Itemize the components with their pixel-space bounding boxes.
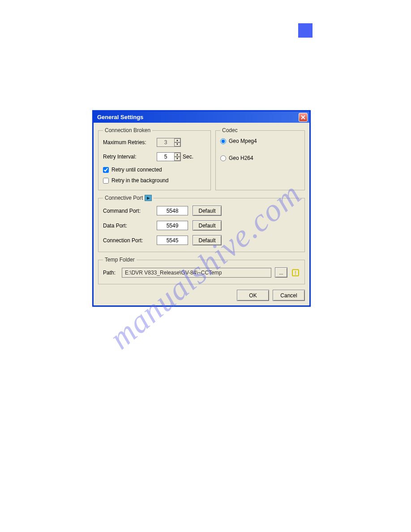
retry-interval-down[interactable]: ▼ <box>174 157 180 161</box>
warning-icon: ! <box>291 268 300 277</box>
codec-h264-label: Geo H264 <box>229 155 253 161</box>
max-retries-label: Maximum Retries: <box>103 139 157 146</box>
max-retries-input <box>157 138 174 146</box>
ok-button[interactable]: OK <box>237 290 269 301</box>
codec-h264-radio[interactable] <box>220 155 226 161</box>
data-port-input[interactable] <box>157 221 188 230</box>
retry-until-label: Retry until connected <box>111 167 162 173</box>
max-retries-down: ▼ <box>174 142 180 146</box>
temp-folder-legend: Temp Folder <box>103 257 137 263</box>
connection-broken-group: Connection Broken Maximum Retries: ▲ ▼ R… <box>98 127 211 190</box>
retry-background-checkbox[interactable] <box>103 178 109 184</box>
browse-button[interactable]: ... <box>275 267 287 278</box>
connection-port-input[interactable] <box>157 236 188 245</box>
connective-port-legend: Connective Port <box>105 195 143 201</box>
command-port-input[interactable] <box>157 206 188 215</box>
retry-interval-field[interactable]: ▲ ▼ <box>157 152 181 161</box>
retry-interval-input[interactable] <box>157 153 174 161</box>
data-port-default-button[interactable]: Default <box>193 220 222 231</box>
titlebar: General Settings <box>94 112 309 123</box>
dialog-body: Connection Broken Maximum Retries: ▲ ▼ R… <box>94 123 309 305</box>
close-icon[interactable] <box>299 113 308 122</box>
max-retries-up: ▲ <box>174 138 180 142</box>
sec-label: Sec. <box>183 154 193 160</box>
dialog-title: General Settings <box>97 114 143 120</box>
command-port-label: Command Port: <box>103 208 152 214</box>
command-port-default-button[interactable]: Default <box>193 206 222 216</box>
codec-legend: Codec <box>220 127 240 133</box>
cancel-button[interactable]: Cancel <box>273 290 305 301</box>
data-port-label: Data Port: <box>103 223 152 229</box>
retry-interval-up[interactable]: ▲ <box>174 153 180 157</box>
connection-broken-legend: Connection Broken <box>103 127 152 133</box>
general-settings-dialog: General Settings Connection Broken Maxim… <box>92 110 311 307</box>
retry-background-label: Retry in the background <box>111 177 168 184</box>
connection-port-label: Connection Port: <box>103 237 152 244</box>
retry-interval-label: Retry Interval: <box>103 154 157 160</box>
decoration-square <box>298 23 313 38</box>
path-input <box>122 268 271 278</box>
path-label: Path: <box>103 270 118 276</box>
codec-group: Codec Geo Mpeg4 Geo H264 <box>215 127 305 190</box>
connective-port-group: Connective Port ▶ Command Port: Default … <box>98 195 305 252</box>
connection-port-default-button[interactable]: Default <box>193 235 222 245</box>
play-icon[interactable]: ▶ <box>145 195 152 201</box>
temp-folder-group: Temp Folder Path: ... ! <box>98 257 305 284</box>
codec-mpeg4-label: Geo Mpeg4 <box>229 138 257 144</box>
max-retries-field: ▲ ▼ <box>157 138 181 147</box>
svg-text:!: ! <box>295 270 296 276</box>
codec-mpeg4-radio[interactable] <box>220 138 226 144</box>
retry-until-checkbox[interactable] <box>103 167 109 173</box>
